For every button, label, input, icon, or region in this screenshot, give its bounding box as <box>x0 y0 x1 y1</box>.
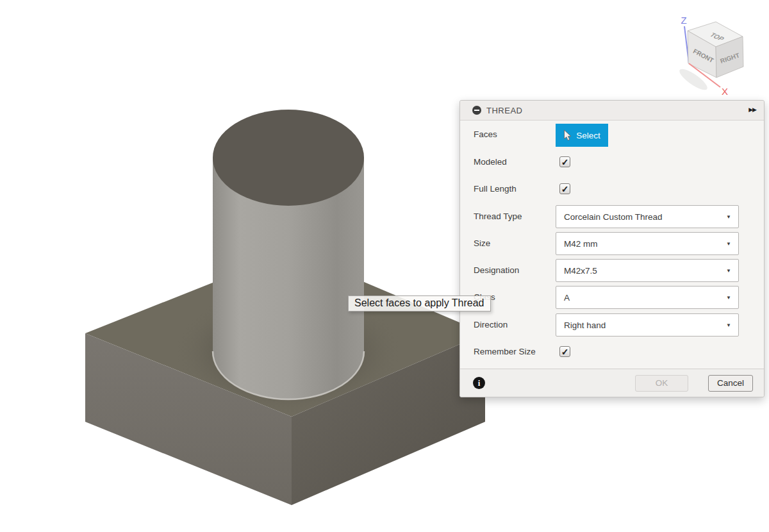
faces-select-button[interactable]: Select <box>556 124 608 147</box>
faces-label: Faces <box>474 129 497 139</box>
direction-dropdown[interactable]: Right hand ▼ <box>556 313 739 337</box>
class-dropdown[interactable]: A ▼ <box>556 286 739 309</box>
z-axis-label: Z <box>681 15 686 26</box>
checkmark-icon: ✓ <box>561 347 569 357</box>
size-label: Size <box>474 238 490 248</box>
checkmark-icon: ✓ <box>561 157 569 167</box>
class-value: A <box>564 293 570 303</box>
cancel-button[interactable]: Cancel <box>708 375 753 392</box>
chevron-down-icon: ▼ <box>726 241 731 247</box>
cursor-arrow-icon <box>563 129 572 141</box>
direction-label: Direction <box>474 320 508 329</box>
cylinder-body[interactable] <box>213 110 364 399</box>
chevron-down-icon: ▼ <box>726 268 731 274</box>
expand-panel-icon[interactable]: ▶▶ <box>748 106 756 113</box>
dialog-footer: i OK Cancel <box>460 369 764 397</box>
viewcube[interactable]: TOP FRONT RIGHT Z X <box>677 15 743 97</box>
thread-dialog: THREAD ▶▶ Faces Select Modeled ✓ Full Le… <box>459 100 765 397</box>
ok-button[interactable]: OK <box>635 375 688 392</box>
thread-type-dropdown[interactable]: Corcelain Custom Thread ▼ <box>556 205 739 228</box>
full-length-label: Full Length <box>474 184 517 194</box>
select-button-label: Select <box>576 131 600 140</box>
chevron-down-icon: ▼ <box>726 322 731 328</box>
chevron-down-icon: ▼ <box>726 295 731 301</box>
size-dropdown[interactable]: M42 mm ▼ <box>556 232 739 255</box>
thread-type-value: Corcelain Custom Thread <box>564 212 663 222</box>
info-icon[interactable]: i <box>473 377 485 389</box>
modeled-label: Modeled <box>474 157 507 167</box>
direction-value: Right hand <box>564 320 606 330</box>
dialog-title: THREAD <box>486 106 522 115</box>
remember-size-label: Remember Size <box>474 347 536 356</box>
designation-dropdown[interactable]: M42x7.5 ▼ <box>556 259 739 282</box>
thread-dialog-header[interactable]: THREAD ▶▶ <box>460 101 764 121</box>
designation-label: Designation <box>474 265 519 275</box>
thread-type-label: Thread Type <box>474 212 522 221</box>
checkmark-icon: ✓ <box>561 184 569 194</box>
remember-size-checkbox[interactable]: ✓ <box>559 346 570 357</box>
cylinder-top-face[interactable] <box>213 110 364 206</box>
full-length-checkbox[interactable]: ✓ <box>559 183 570 194</box>
designation-value: M42x7.5 <box>564 266 597 276</box>
x-axis-label: X <box>722 86 728 97</box>
modeled-checkbox[interactable]: ✓ <box>559 156 570 167</box>
collapse-icon[interactable] <box>472 106 481 115</box>
tooltip: Select faces to apply Thread <box>348 295 491 312</box>
size-value: M42 mm <box>564 239 598 249</box>
chevron-down-icon: ▼ <box>726 214 731 220</box>
